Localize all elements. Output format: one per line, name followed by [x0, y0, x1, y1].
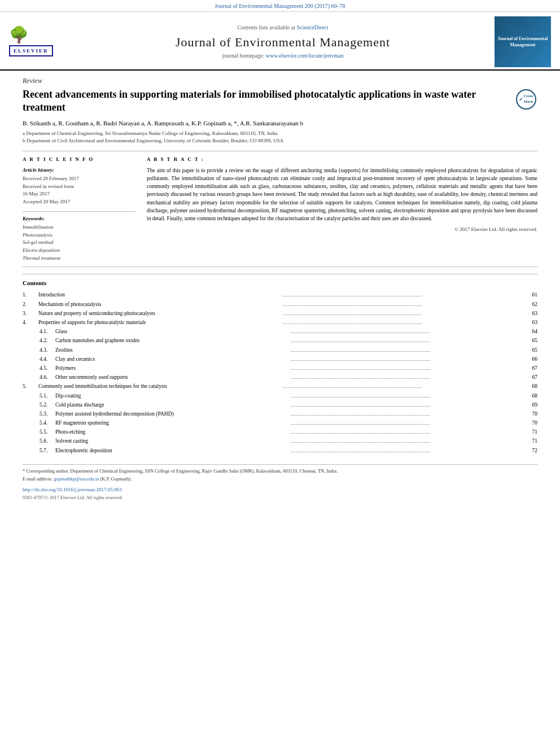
contents-item-page: 61 [526, 291, 537, 299]
contents-item-dots: ........................................… [282, 318, 525, 326]
journal-citation: Journal of Environmental Management 200 … [215, 3, 345, 9]
article-title-row: Recent advancements in supporting materi… [23, 88, 537, 115]
contents-item-num: 5.7. [40, 447, 55, 455]
contents-item-num: 5.4. [40, 419, 55, 427]
history-label: Article history: [23, 167, 135, 174]
contents-item-dots: ........................................… [282, 309, 525, 317]
keyword-3: Sol-gel method [23, 239, 135, 246]
contents-item-page: 70 [526, 419, 537, 427]
contents-item-page: 67 [526, 373, 537, 382]
contents-item: 1.Introduction..........................… [23, 291, 537, 299]
journal-cover-image: Journal of Environmental Management [495, 16, 551, 67]
contents-item-page: 68 [526, 392, 537, 400]
authors-text: B. Srikanth a, R. Goutham a, R. Badri Na… [23, 120, 303, 126]
crossmark-container: ✓CrossMark [515, 88, 537, 111]
contents-item-dots: ........................................… [291, 337, 525, 344]
journal-homepage: journal homepage: www.elsevier.com/locat… [71, 52, 495, 60]
separator-1 [23, 151, 537, 151]
contents-item-label: Zeolites [55, 346, 290, 355]
contents-item-page: 71 [526, 437, 537, 445]
article-info-column: A R T I C L E I N F O Article history: R… [23, 156, 135, 262]
received-date: Received 28 February 2017 [23, 175, 135, 182]
contents-item-num: 4.4. [40, 355, 55, 364]
contents-item-label: Cold plasma discharge [55, 401, 290, 409]
contents-item: 4.5.Polymers............................… [40, 364, 537, 373]
contents-item-dots: ........................................… [282, 300, 525, 308]
contents-item: 5.2.Cold plasma discharge...............… [40, 401, 537, 409]
contents-item: 5.3.Polymer assisted hydrothermal decomp… [40, 410, 537, 418]
contents-item-label: Electrophoretic deposition [55, 447, 290, 455]
keyword-1: Immobilisation [23, 224, 135, 231]
elsevier-logo-container: 🌳 ELSEVIER [9, 27, 71, 57]
abstract-text: The aim of this paper is to provide a re… [147, 167, 537, 223]
contents-item-dots: ........................................… [291, 401, 525, 409]
contents-item: 4.4.Clay and ceramics...................… [40, 355, 537, 364]
contents-title: Contents [23, 279, 537, 287]
journal-header: 🌳 ELSEVIER Contents lists available at S… [0, 12, 560, 71]
contents-item-num: 5.6. [40, 437, 55, 445]
contents-item-num: 5.3. [40, 410, 55, 418]
contents-item: 5.7.Electrophoretic deposition..........… [40, 447, 537, 455]
main-content: Review Recent advancements in supporting… [0, 71, 560, 506]
contents-item: 2.Mechanism of photocatalysis...........… [23, 300, 537, 309]
email-line: E-mail address: gopinathkp@ssn.edu.in (K… [23, 476, 537, 483]
contents-item-label: Mechanism of photocatalysis [38, 300, 281, 309]
contents-list: 1.Introduction..........................… [23, 291, 537, 455]
contents-available-label: Contents lists available at [237, 24, 295, 30]
contents-item-dots: ........................................… [291, 410, 525, 418]
two-column-section: A R T I C L E I N F O Article history: R… [23, 156, 537, 262]
contents-item-label: Nature and property of semiconducting-ph… [38, 309, 281, 318]
contents-item-dots: ........................................… [291, 355, 525, 363]
contents-item-dots: ........................................… [291, 364, 525, 372]
contents-item-page: 71 [526, 428, 537, 436]
contents-item-label: Carbon nanotubes and graphene oxides [55, 337, 290, 345]
journal-title: Journal of Environmental Management [71, 34, 495, 51]
revised-date: 16 May 2017 [23, 190, 135, 198]
contents-item-num: 4.3. [40, 346, 55, 355]
contents-item-num: 4.1. [40, 327, 55, 336]
contents-item: 4.3.Zeolites............................… [40, 346, 537, 355]
contents-item-page: 70 [526, 410, 537, 418]
contents-item-num: 1. [23, 291, 38, 299]
contents-item-label: Commonly used immobilisation techniques … [38, 382, 281, 391]
authors-line: B. Srikanth a, R. Goutham a, R. Badri Na… [23, 119, 537, 128]
article-title: Recent advancements in supporting materi… [23, 88, 509, 115]
crossmark-icon: ✓CrossMark [516, 89, 536, 110]
contents-item: 5.4.RF magnetron sputtering.............… [40, 419, 537, 427]
abstract-header: A B S T R A C T : [147, 156, 537, 163]
contents-item-num: 5. [23, 382, 38, 391]
keyword-5: Thermal treatment [23, 255, 135, 262]
doi-link[interactable]: http://dx.doi.org/10.1016/j.jenvman.2017… [23, 487, 122, 492]
contents-item-num: 4.6. [40, 373, 55, 382]
homepage-url[interactable]: www.elsevier.com/locate/jenvman [266, 53, 344, 59]
email-link[interactable]: gopinathkp@ssn.edu.in [54, 476, 99, 482]
contents-item-dots: ........................................… [282, 291, 525, 299]
contents-item-dots: ........................................… [291, 437, 525, 445]
contents-item: 4.6.Other uncommonly used supports......… [40, 373, 537, 382]
contents-item-num: 3. [23, 309, 38, 318]
contents-item-num: 4. [23, 318, 38, 327]
contents-item-label: Introduction [38, 291, 281, 299]
article-type-label: Review [23, 76, 537, 86]
contents-item-num: 5.5. [40, 428, 55, 436]
science-direct-anchor[interactable]: ScienceDirect [296, 24, 328, 30]
contents-item: 4.Properties of supports for photocataly… [23, 318, 537, 327]
elsevier-tree-icon: 🌳 [9, 27, 29, 43]
contents-item-page: 65 [526, 346, 537, 355]
contents-item: 5.6.Solvent casting.....................… [40, 437, 537, 445]
affiliation-b: b Department of Civil Architectural and … [23, 137, 537, 145]
journal-header-bar: Journal of Environmental Management 200 … [0, 0, 560, 12]
separator-2 [23, 267, 537, 267]
contents-item-num: 2. [23, 300, 38, 309]
contents-item-label: Glass [55, 327, 290, 336]
corresponding-author-text: * Corresponding author. Department of Ch… [23, 468, 537, 475]
footer-links: http://dx.doi.org/10.1016/j.jenvman.2017… [23, 486, 537, 493]
contents-item-dots: ........................................… [291, 327, 525, 335]
contents-item: 5.1.Dip-coating.........................… [40, 392, 537, 400]
contents-item-page: 69 [526, 401, 537, 409]
journal-cover-text: Journal of Environmental Management [497, 36, 549, 48]
contents-item-page: 66 [526, 355, 537, 364]
contents-item-dots: ........................................… [291, 419, 525, 427]
contents-item: 4.2.Carbon nanotubes and graphene oxides… [40, 337, 537, 345]
contents-item-page: 68 [526, 382, 537, 391]
